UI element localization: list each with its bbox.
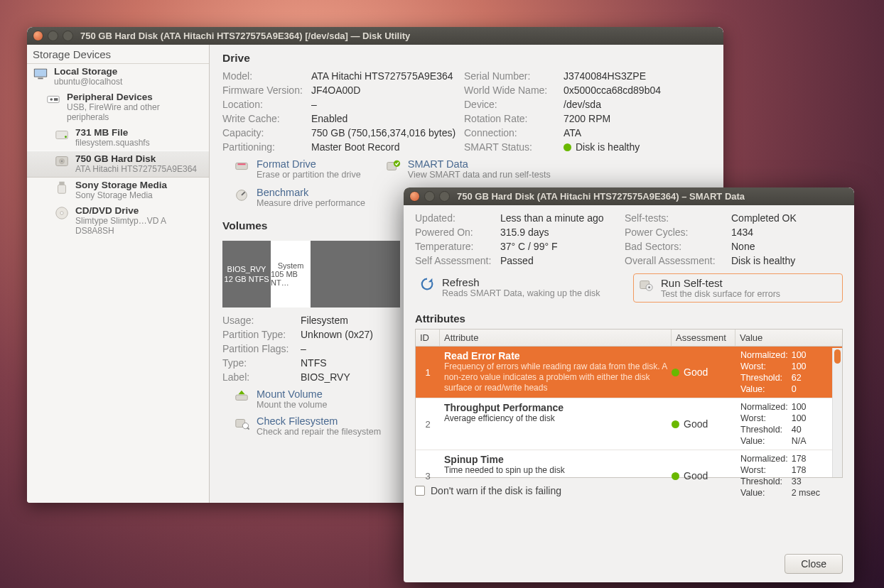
smart-icon [385,158,401,174]
sidebar-item-local-storage[interactable]: Local Storageubuntu@localhost [27,64,209,89]
status-dot-icon [672,472,679,480]
table-header[interactable]: ID Attribute Assessment Value [416,330,842,347]
partitioning-value: Master Boot Record [311,141,464,153]
svg-point-16 [237,190,247,201]
row-values: Normalized:178Worst:178Threshold:33Value… [735,450,842,501]
firmware-value: JF4OA00D [311,85,464,96]
svg-rect-1 [35,70,47,77]
model-label: Model: [222,70,311,82]
svg-rect-2 [38,78,43,80]
mount-icon [234,388,249,404]
window-title: 750 GB Hard Disk (ATA Hitachi HTS727575A… [80,31,410,41]
smartstatus-label: SMART Status: [464,141,564,153]
serial-label: Serial Number: [464,70,564,82]
volume-map[interactable]: BIOS_RVY12 GB NTFS System105 MB NT… [222,241,400,307]
status-dot-icon [564,143,571,151]
sidebar-item-cd-dvd[interactable]: CD/DVD DriveSlimtype Slimtyp…VD A DS8A8S… [27,203,209,239]
wwn-label: World Wide Name: [464,85,564,96]
row-name: Read Error Rate [444,350,667,361]
row-desc: Average efficiency of the disk [444,413,667,424]
close-icon[interactable] [409,191,420,202]
rotation-value: 7200 RPM [564,113,712,124]
volume-rest[interactable] [311,241,400,307]
refresh-icon [419,276,435,300]
sidebar: Storage Devices Local Storageubuntu@loca… [27,45,210,503]
benchmark-action[interactable]: BenchmarkMeasure drive performance [234,187,365,208]
volume-bios-rvy[interactable]: BIOS_RVY12 GB NTFS [222,241,271,307]
scrollbar[interactable] [832,348,842,477]
row-id: 3 [416,450,440,501]
usb-icon [45,92,61,107]
writecache-label: Write Cache: [222,113,311,124]
disc-icon [54,205,70,221]
row-desc: Time needed to spin up the disk [444,465,667,476]
row-assessment: Good [672,347,735,398]
sidebar-item-peripheral-devices[interactable]: Peripheral DevicesUSB, FireWire and othe… [27,89,209,125]
row-id: 1 [416,347,440,398]
smart-data-action[interactable]: SMART DataView SMART data and run self-t… [385,158,551,180]
sidebar-item-hard-disk[interactable]: 750 GB Hard DiskATA Hitachi HTS727575A9E… [27,151,209,178]
table-row[interactable]: 2Throughput PerformanceAverage efficienc… [416,398,842,450]
refresh-action[interactable]: RefreshReads SMART Data, waking up the d… [415,273,623,303]
partitioning-label: Partitioning: [222,141,311,153]
row-assessment: Good [672,450,735,501]
attributes-heading: Attributes [415,312,843,325]
minimize-icon[interactable] [48,31,58,41]
firmware-label: Firmware Version: [222,85,311,96]
svg-rect-5 [54,98,58,101]
titlebar[interactable]: 750 GB Hard Disk (ATA Hitachi HTS727575A… [404,187,854,205]
smart-summary: Updated:Less than a minute ago Self-test… [415,212,843,266]
benchmark-icon [234,187,249,202]
maximize-icon[interactable] [63,31,73,41]
table-row[interactable]: 1Read Error RateFrequency of errors whil… [416,347,842,398]
format-drive-action[interactable]: Format DriveErase or partition the drive [234,158,365,180]
table-row[interactable]: 3Spinup TimeTime needed to spin up the d… [416,450,842,501]
connection-label: Connection: [464,127,564,138]
smartstatus-value: Disk is healthy [564,141,712,153]
close-icon[interactable] [33,31,43,41]
col-attribute[interactable]: Attribute [440,330,672,346]
smart-data-window: 750 GB Hard Disk (ATA Hitachi HTS727575A… [404,187,854,582]
svg-rect-11 [59,182,64,185]
sidebar-heading: Storage Devices [27,45,209,64]
device-label: Device: [464,99,564,110]
selftest-icon [638,277,654,299]
sidebar-item-sony-storage[interactable]: Sony Storage MediaSony Storage Media [27,178,209,203]
col-assessment[interactable]: Assessment [672,330,735,346]
svg-point-4 [50,98,53,101]
sidebar-item-file[interactable]: 731 MB Filefilesystem.squashfs [27,125,209,151]
svg-point-7 [65,136,67,138]
row-name: Spinup Time [444,454,667,465]
row-id: 2 [416,398,440,450]
drive-icon [54,127,70,143]
minimize-icon[interactable] [424,191,435,202]
svg-point-24 [648,286,650,288]
harddisk-icon [54,153,70,169]
serial-value: J3740084HS3ZPE [564,70,712,82]
titlebar[interactable]: 750 GB Hard Disk (ATA Hitachi HTS727575A… [27,27,723,45]
maximize-icon[interactable] [439,191,450,202]
row-assessment: Good [672,398,735,450]
close-button[interactable]: Close [785,554,843,574]
row-desc: Frequency of errors while reading raw da… [444,361,667,393]
format-icon [234,158,249,174]
run-selftest-action[interactable]: Run Self-testTest the disk surface for e… [633,273,843,303]
drive-properties: Model:ATA Hitachi HTS727575A9E364 Serial… [222,70,712,153]
svg-rect-19 [236,395,248,400]
svg-point-10 [61,160,63,162]
svg-point-14 [60,212,63,214]
drive-heading: Drive [222,52,712,65]
attributes-table: ID Attribute Assessment Value 1Read Erro… [415,329,843,478]
device-value: /dev/sda [564,99,712,110]
volume-system[interactable]: System105 MB NT… [271,241,311,307]
status-dot-icon [672,420,679,428]
row-values: Normalized:100Worst:100Threshold:62Value… [735,347,842,398]
col-value[interactable]: Value [735,330,842,346]
row-name: Throughput Performance [444,402,667,413]
writecache-value: Enabled [311,113,464,124]
col-id[interactable]: ID [416,330,440,346]
window-title: 750 GB Hard Disk (ATA Hitachi HTS727575A… [457,191,745,202]
model-value: ATA Hitachi HTS727575A9E364 [311,70,464,82]
location-label: Location: [222,99,311,110]
scrollbar-thumb[interactable] [834,349,841,364]
